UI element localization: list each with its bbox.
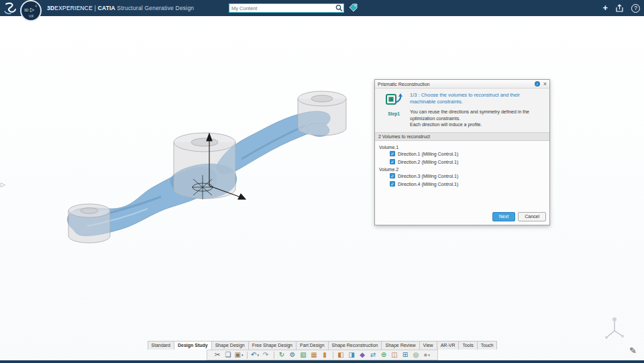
- wizard-step-text: 1/3 : Choose the volumes to reconstruct …: [409, 92, 545, 128]
- 3ds-logo-icon[interactable]: [3, 1, 17, 15]
- direction-row[interactable]: ✓Direction.4 (Milling Control.1): [390, 181, 545, 187]
- step-label: Step1: [379, 111, 409, 116]
- dialog-title-bar[interactable]: Prismatic Reconstruction i ×: [375, 80, 549, 89]
- tab-shape-review[interactable]: Shape Review: [381, 341, 419, 350]
- tab-shape-design[interactable]: Shape Design: [211, 341, 249, 350]
- search-input[interactable]: [229, 5, 335, 11]
- redo-icon[interactable]: ↷: [261, 350, 271, 360]
- ribbon-tabs: StandardDesign StudyShape DesignFree Sha…: [0, 341, 644, 350]
- cancel-button[interactable]: Cancel: [518, 212, 546, 221]
- tab-design-study[interactable]: Design Study: [174, 341, 212, 350]
- compass-play-icon[interactable]: ▷: [30, 7, 34, 13]
- frame-icon[interactable]: ▦: [309, 350, 319, 360]
- undo-icon[interactable]: ↶▾: [250, 350, 260, 360]
- tab-view[interactable]: View: [419, 341, 437, 350]
- panel-expander-chevron[interactable]: ▷: [1, 181, 5, 188]
- tab-free-shape-design[interactable]: Free Shape Design: [248, 341, 297, 350]
- settings-gear-icon: ⚙: [290, 350, 296, 360]
- toolbar-separator: [333, 352, 333, 359]
- sweep-icon[interactable]: ⊕: [379, 350, 389, 360]
- direction-row[interactable]: ✓Direction.3 (Milling Control.1): [390, 173, 545, 179]
- brand-rest: EXPERIENCE: [54, 5, 93, 11]
- view-mode-icon: ●: [423, 350, 427, 360]
- tab-part-design[interactable]: Part Design: [296, 341, 329, 350]
- tab-ar-vr[interactable]: AR-VR: [437, 341, 460, 350]
- direction-checkbox[interactable]: ✓: [390, 151, 395, 156]
- column-icon[interactable]: ▮: [320, 350, 330, 360]
- update-icon[interactable]: ↻: [277, 350, 287, 360]
- top-bar: 3DEXPERIENCE | CATIA Structural Generati…: [0, 0, 644, 16]
- volume-label: Volume.2: [379, 167, 545, 172]
- material-icon[interactable]: ▧: [299, 350, 309, 360]
- header-actions: + ?: [602, 0, 640, 16]
- next-button[interactable]: Next: [492, 212, 515, 221]
- cylinder-bottom-left: [68, 204, 110, 243]
- settings-gear-icon[interactable]: ⚙: [288, 350, 298, 360]
- tab-tools[interactable]: Tools: [458, 341, 477, 350]
- column-icon: ▮: [323, 350, 327, 360]
- copy-icon[interactable]: ❏: [223, 350, 233, 360]
- action-bar: ✂❏▣▾↶▾↷↻⚙▧▦▮◧◨◆⇄⊕◫⊞◎●▾: [207, 350, 438, 360]
- tag-icon[interactable]: [348, 3, 358, 13]
- help-icon[interactable]: ?: [631, 4, 640, 13]
- direction-label: Direction.1 (Milling Control.1): [398, 152, 458, 156]
- undo-icon: ↶: [251, 350, 256, 360]
- dropdown-chevron-icon[interactable]: ▾: [241, 353, 244, 357]
- compass-quadrant-label: 4: [35, 4, 37, 8]
- dialog-title: Prismatic Reconstruction: [378, 82, 535, 87]
- pad-icon: ◧: [337, 350, 343, 360]
- title-separator: |: [95, 5, 96, 11]
- transform-icon[interactable]: ⇄: [368, 350, 378, 360]
- tab-shape-reconstruction[interactable]: Shape Reconstruction: [328, 341, 382, 350]
- close-icon[interactable]: ×: [543, 81, 547, 87]
- search-box[interactable]: [229, 3, 344, 13]
- dropdown-chevron-icon[interactable]: ▾: [428, 353, 430, 357]
- direction-checkbox[interactable]: ✓: [390, 159, 395, 164]
- mirror-icon[interactable]: ◫: [390, 350, 400, 360]
- wizard-step-badge: Step1: [379, 92, 409, 128]
- step-instruction: 1/3 : Choose the volumes to reconstruct …: [410, 92, 545, 105]
- brand-bold: 3D: [47, 5, 54, 11]
- search-icon[interactable]: [335, 4, 343, 12]
- volumes-section-header: 2 Volumes to reconstruct: [375, 132, 549, 141]
- material-icon: ▧: [300, 350, 306, 360]
- direction-checkbox[interactable]: ✓: [390, 173, 395, 178]
- pocket-icon[interactable]: ◨: [347, 350, 357, 360]
- direction-row[interactable]: ✓Direction.2 (Milling Control.1): [390, 159, 545, 165]
- tab-touch[interactable]: Touch: [477, 341, 498, 350]
- app-name: Structural Generative Design: [115, 5, 194, 11]
- revolve-icon: ◎: [413, 350, 419, 360]
- share-icon[interactable]: [615, 4, 624, 13]
- direction-checkbox[interactable]: ✓: [390, 181, 395, 187]
- shape-icon: ◆: [360, 350, 365, 360]
- info-icon[interactable]: i: [535, 81, 540, 87]
- cut-icon: ✂: [215, 350, 220, 360]
- dropdown-chevron-icon[interactable]: ▾: [257, 353, 259, 357]
- shape-icon[interactable]: ◆: [358, 350, 368, 360]
- pad-icon[interactable]: ◧: [336, 350, 346, 360]
- toolbar-separator: [274, 352, 274, 359]
- direction-label: Direction.4 (Milling Control.1): [398, 182, 458, 187]
- copy-icon: ❏: [225, 350, 231, 360]
- revolve-icon[interactable]: ◎: [411, 350, 421, 360]
- paste-icon[interactable]: ▣▾: [234, 350, 244, 360]
- 3dexperience-compass[interactable]: 3D ▷ 4 V.R: [20, 0, 42, 21]
- paste-icon: ▣: [235, 350, 241, 360]
- view-mode-icon[interactable]: ●▾: [422, 350, 432, 360]
- application-window: 3DEXPERIENCE | CATIA Structural Generati…: [0, 0, 644, 363]
- tab-standard[interactable]: Standard: [148, 341, 174, 350]
- add-content-icon[interactable]: +: [602, 1, 608, 15]
- bottom-status-strip: [0, 360, 644, 363]
- direction-row[interactable]: ✓Direction.1 (Milling Control.1): [390, 151, 545, 157]
- loft-icon: ⊞: [402, 350, 408, 360]
- compass-3d-label: 3D: [24, 8, 28, 12]
- loft-icon[interactable]: ⊞: [400, 350, 411, 360]
- 3d-model-scene[interactable]: [40, 73, 356, 254]
- view-orientation-compass[interactable]: [602, 315, 627, 342]
- direction-label: Direction.2 (Milling Control.1): [398, 160, 458, 164]
- pocket-icon: ◨: [348, 350, 354, 360]
- cylinder-top-right: [298, 91, 346, 136]
- cut-icon[interactable]: ✂: [213, 350, 223, 360]
- direction-label: Direction.3 (Milling Control.1): [398, 174, 458, 178]
- toolbar-separator: [247, 352, 248, 359]
